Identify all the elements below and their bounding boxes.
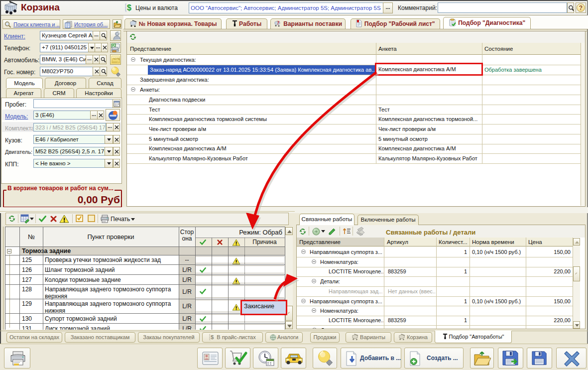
- svg-text:NOTE: NOTE: [113, 57, 120, 60]
- svg-text:?: ?: [277, 19, 280, 25]
- svg-text:$: $: [127, 3, 131, 12]
- svg-text:$: $: [211, 334, 214, 340]
